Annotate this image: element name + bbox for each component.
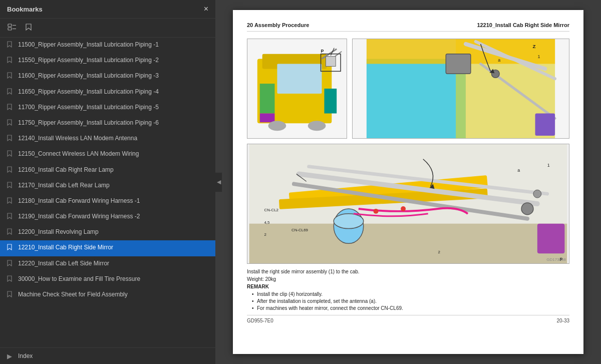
bookmark-icon (7, 213, 14, 222)
svg-text:4,5: 4,5 (264, 220, 270, 225)
bookmark-view-button[interactable] (22, 22, 35, 34)
page-footer-left: GD955-7E0 (247, 318, 273, 323)
bookmark-icon (7, 197, 14, 206)
bookmark-item[interactable]: 12180_Install Cab Forward Wiring Harness… (0, 194, 215, 209)
page-header-left: 20 Assembly Procedure (247, 22, 309, 28)
bookmark-icon (7, 41, 14, 50)
bookmark-label: 11550_Ripper Assembly_Install Lubricatio… (18, 56, 210, 65)
svg-rect-7 (260, 114, 275, 123)
bookmark-list: 11500_Ripper Assembly_Install Lubricatio… (0, 38, 215, 347)
bookmark-icon (7, 150, 14, 159)
bookmark-item[interactable]: 11750_Ripper Assembly_Install Lubricatio… (0, 116, 215, 131)
bookmark-item[interactable]: 30000_How to Examine and Fill Tire Press… (0, 272, 215, 287)
svg-point-43 (401, 206, 406, 211)
diagram-reference: GD173458 (546, 257, 566, 262)
bookmark-label: 12140_Install Wireless LAN Modem Antenna (18, 134, 210, 143)
svg-text:1: 1 (537, 54, 540, 59)
bookmark-icon (7, 260, 14, 269)
sidebar-toolbar (0, 19, 215, 38)
bookmark-label: 11650_Ripper Assembly_Install Lubricatio… (18, 88, 210, 96)
bookmark-label: 30000_How to Examine and Fill Tire Press… (18, 275, 210, 283)
svg-rect-6 (260, 84, 275, 113)
bookmark-icon (7, 135, 14, 144)
svg-point-42 (374, 209, 379, 214)
bookmark-label: 12220_Install Cab Left Side Mirror (18, 259, 210, 268)
remark-item: For machines with heater mirror, connect… (252, 305, 569, 311)
bookmark-icon (7, 291, 14, 300)
svg-rect-15 (324, 89, 337, 114)
bookmark-icon (7, 88, 14, 97)
bookmark-label: 12150_Connect Wireless LAN Modem Wiring (18, 150, 210, 158)
sidebar-collapse-button[interactable]: ◀ (215, 172, 222, 192)
svg-point-41 (334, 214, 364, 229)
sidebar-title: Bookmarks (7, 6, 43, 13)
bookmark-label: 12190_Install Cab Forward Wiring Harness… (18, 212, 210, 221)
bookmark-item[interactable]: 12220_Install Cab Left Side Mirror (0, 256, 215, 272)
svg-text:1: 1 (547, 163, 550, 168)
remark-item: Install the clip (4) horizontally. (252, 291, 569, 297)
svg-text:a: a (517, 168, 520, 173)
svg-rect-54 (537, 224, 565, 254)
page-header: 20 Assembly Procedure 12210_Install Cab … (247, 22, 569, 32)
svg-rect-32 (535, 114, 555, 136)
svg-text:P: P (321, 49, 324, 54)
bookmark-item[interactable]: 12160_Install Cab Right Rear Lamp (0, 163, 215, 178)
page-caption: Install the right side mirror assembly (… (247, 269, 569, 274)
page-footer: GD955-7E0 20-33 (247, 315, 569, 323)
svg-text:Z: Z (533, 44, 536, 49)
bookmark-icon (7, 72, 14, 81)
bookmark-label: 11500_Ripper Assembly_Install Lubricatio… (18, 41, 210, 49)
bottom-diagram-svg: CN-CL69 CN-CL2 4,5 2 2 a 1 P (247, 144, 569, 263)
bookmark-icon (7, 228, 14, 237)
sidebar-index-item[interactable]: ▶ Index (0, 347, 215, 364)
footer-triangle-icon: ▶ (7, 352, 14, 360)
bookmark-item[interactable]: 12200_Install Revolving Lamp (0, 225, 215, 240)
diagram-left: P (247, 39, 347, 139)
bookmark-item[interactable]: 11600_Ripper Assembly_Install Lubricatio… (0, 69, 215, 84)
sidebar: Bookmarks × 11500_Ripper Assembly_Instal… (0, 0, 215, 364)
close-button[interactable]: × (204, 5, 208, 13)
bookmark-label: 11700_Ripper Assembly_Install Lubricatio… (18, 103, 210, 112)
svg-rect-8 (277, 64, 322, 94)
bookmark-icon (7, 182, 14, 191)
bookmark-item[interactable]: 12170_Install Cab Left Rear Lamp (0, 178, 215, 194)
page-container: 20 Assembly Procedure 12210_Install Cab … (233, 10, 583, 354)
svg-text:CN-CL2: CN-CL2 (264, 208, 278, 212)
bookmark-icon (7, 104, 14, 113)
remark-heading: REMARK (247, 284, 569, 289)
page-header-right: 12210_Install Cab Right Side Mirror (477, 22, 569, 28)
bookmark-icon (7, 275, 14, 284)
svg-text:2: 2 (438, 250, 440, 254)
bookmark-item[interactable]: 11650_Ripper Assembly_Install Lubricatio… (0, 85, 215, 100)
bookmark-item[interactable]: Machine Check Sheet for Field Assembly (0, 287, 215, 303)
bookmark-item[interactable]: 12190_Install Cab Forward Wiring Harness… (0, 209, 215, 225)
bookmark-label: 12160_Install Cab Right Rear Lamp (18, 166, 210, 174)
cab-overview-svg: P (247, 39, 347, 138)
bookmark-label: 12170_Install Cab Left Rear Lamp (18, 181, 210, 190)
collapse-all-button[interactable] (5, 22, 19, 34)
bookmark-item[interactable]: 11500_Ripper Assembly_Install Lubricatio… (0, 38, 215, 53)
bookmark-label: 12210_Install Cab Right Side Mirror (18, 243, 210, 252)
remark-list: Install the clip (4) horizontally.After … (247, 291, 569, 311)
bookmark-icon (7, 166, 14, 175)
bookmark-item[interactable]: 12210_Install Cab Right Side Mirror (0, 240, 215, 256)
bookmark-label: 11600_Ripper Assembly_Install Lubricatio… (18, 72, 210, 80)
sidebar-header: Bookmarks × (0, 0, 215, 19)
bookmark-item[interactable]: 12150_Connect Wireless LAN Modem Wiring (0, 147, 215, 162)
sidebar-footer-label: Index (18, 352, 33, 359)
remark-item: After the installation is completed, set… (252, 298, 569, 304)
svg-rect-1 (8, 28, 12, 30)
bookmark-item[interactable]: 11550_Ripper Assembly_Install Lubricatio… (0, 53, 215, 69)
bookmark-icon (7, 119, 14, 128)
diagram-right: Z a 1 3 (352, 39, 569, 139)
bookmark-label: Machine Check Sheet for Field Assembly (18, 290, 210, 299)
svg-rect-25 (446, 54, 471, 74)
bookmark-item[interactable]: 12140_Install Wireless LAN Modem Antenna (0, 131, 215, 147)
bookmark-item[interactable]: 11700_Ripper Assembly_Install Lubricatio… (0, 100, 215, 116)
svg-text:CN-CL69: CN-CL69 (291, 228, 309, 232)
diagram-bottom: CN-CL69 CN-CL2 4,5 2 2 a 1 P (247, 144, 569, 264)
page-footer-right: 20-33 (556, 318, 569, 323)
bookmark-label: 11750_Ripper Assembly_Install Lubricatio… (18, 119, 210, 127)
svg-point-52 (521, 203, 533, 215)
svg-point-17 (308, 121, 326, 131)
